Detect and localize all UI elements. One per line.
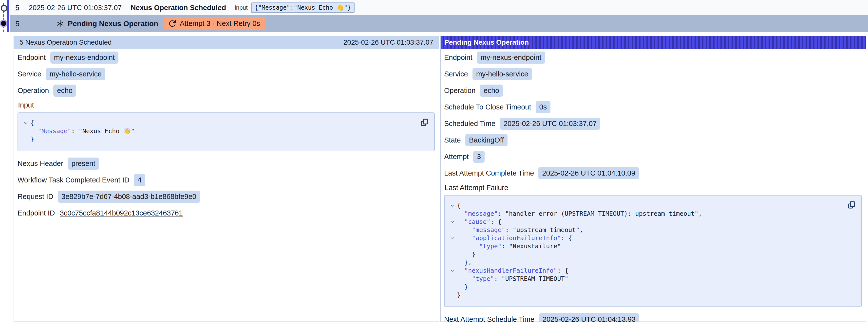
pending-operation-header: Pending Nexus Operation bbox=[441, 36, 866, 49]
field-service: Service my-hello-service bbox=[18, 68, 435, 80]
pending-operation-header-title: Pending Nexus Operation bbox=[444, 38, 529, 46]
json-key: "message" bbox=[464, 210, 498, 218]
copy-icon bbox=[420, 118, 429, 127]
field-operation-value: echo bbox=[53, 85, 76, 97]
json-key: "Message" bbox=[38, 127, 71, 135]
field-nexus-header-value: present bbox=[68, 158, 99, 170]
field-attempt-value: 3 bbox=[473, 151, 485, 163]
field-endpoint: Endpoint my-nexus-endpoint bbox=[18, 52, 435, 64]
field-endpoint-id: Endpoint ID 3c0c75ccfa8144b092c13ce63246… bbox=[18, 207, 435, 219]
json-key: "cause" bbox=[464, 218, 490, 226]
retry-attempt-badge: Attempt 3 · Next Retry 0s bbox=[163, 17, 265, 30]
failure-section-label: Last Attempt Failure bbox=[444, 184, 862, 192]
field-endpoint-value: my-nexus-endpoint bbox=[477, 52, 545, 64]
pending-operation-panel: Pending Nexus Operation Endpoint my-nexu… bbox=[440, 36, 866, 322]
collapse-chevron-icon[interactable] bbox=[447, 219, 457, 224]
field-next-attempt-schedule-time: Next Attempt Schedule Time 2025-02-26 UT… bbox=[444, 313, 862, 322]
retry-badge-label: Attempt 3 · Next Retry 0s bbox=[180, 20, 260, 28]
field-request-id-value: 3e829b7e-7d67-4b08-aad3-b1e868bfe9e0 bbox=[58, 191, 200, 203]
copy-button[interactable] bbox=[846, 199, 857, 211]
field-operation: Operation echo bbox=[18, 85, 435, 97]
input-section-label: Input bbox=[18, 101, 435, 109]
field-service-value: my-hello-service bbox=[46, 68, 105, 80]
failure-code-block: { "message": "handler error (UPSTREAM_TI… bbox=[444, 195, 862, 307]
field-nexus-header: Nexus Header present bbox=[18, 158, 435, 170]
input-label: Input bbox=[235, 4, 247, 11]
field-service: Service my-hello-service bbox=[444, 68, 862, 80]
json-key: "type" bbox=[479, 242, 501, 250]
field-last-attempt-complete-time: Last Attempt Complete Time 2025-02-26 UT… bbox=[444, 167, 862, 179]
event-marker-open-icon bbox=[1, 5, 7, 11]
field-attempt: Attempt 3 bbox=[444, 151, 862, 163]
field-endpoint-value: my-nexus-endpoint bbox=[50, 52, 119, 64]
field-operation: Operation echo bbox=[444, 85, 862, 97]
field-state-value: BackingOff bbox=[465, 134, 507, 146]
event-summary-row[interactable]: 5 2025-02-26 UTC 01:03:37.07 Nexus Opera… bbox=[10, 0, 868, 15]
json-key: "applicationFailureInfo" bbox=[472, 234, 561, 242]
event-detail-header: 5 Nexus Operation Scheduled 2025-02-26 U… bbox=[14, 36, 439, 49]
field-service-value: my-hello-service bbox=[472, 68, 532, 80]
pending-asterisk-icon bbox=[56, 20, 64, 28]
field-last-attempt-complete-time-value: 2025-02-26 UTC 01:04:10.09 bbox=[538, 167, 639, 179]
input-code-block: { "Message": "Nexus Echo 👋" } bbox=[18, 112, 435, 151]
collapse-chevron-icon[interactable] bbox=[447, 203, 457, 208]
pending-operation-row[interactable]: 5 Pending Nexus Operation Attempt 3 · Ne… bbox=[10, 15, 868, 32]
field-scheduled-time-value: 2025-02-26 UTC 01:03:37.07 bbox=[500, 118, 600, 130]
json-key: "type" bbox=[472, 275, 494, 283]
json-key: "nexusHandlerFailureInfo" bbox=[464, 266, 557, 275]
copy-button[interactable] bbox=[419, 117, 430, 128]
field-schedule-to-close-timeout-value: 0s bbox=[536, 101, 551, 113]
collapse-chevron-icon[interactable] bbox=[447, 268, 457, 273]
event-timestamp: 2025-02-26 UTC 01:03:37.07 bbox=[29, 4, 122, 12]
field-next-attempt-schedule-time-value: 2025-02-26 UTC 01:04:13.93 bbox=[539, 313, 639, 322]
field-operation-value: echo bbox=[480, 85, 503, 97]
event-marker-active-icon bbox=[1, 21, 6, 26]
field-wft-completed-event-id: Workflow Task Completed Event ID 4 bbox=[18, 174, 435, 186]
input-payload-chip[interactable]: {"Message":"Nexus Echo 👋"} bbox=[251, 2, 354, 13]
field-state: State BackingOff bbox=[444, 134, 862, 146]
retry-icon bbox=[168, 20, 176, 27]
endpoint-id-link[interactable]: 3c0c75ccfa8144b092c13ce632463761 bbox=[59, 207, 183, 219]
event-detail-header-title: 5 Nexus Operation Scheduled bbox=[20, 38, 112, 46]
pending-id-link[interactable]: 5 bbox=[15, 20, 20, 28]
event-history-view: 5 2025-02-26 UTC 01:03:37.07 Nexus Opera… bbox=[0, 0, 868, 322]
event-id-link[interactable]: 5 bbox=[15, 4, 19, 12]
timeline-accent-bar bbox=[7, 0, 9, 32]
field-wft-completed-event-id-value: 4 bbox=[134, 174, 145, 186]
field-schedule-to-close-timeout: Schedule To Close Timeout 0s bbox=[444, 101, 862, 113]
field-request-id: Request ID 3e829b7e-7d67-4b08-aad3-b1e86… bbox=[18, 191, 435, 203]
event-detail-header-timestamp: 2025-02-26 UTC 01:03:37.07 bbox=[343, 38, 433, 46]
pending-title: Pending Nexus Operation bbox=[68, 20, 158, 28]
field-scheduled-time: Scheduled Time 2025-02-26 UTC 01:03:37.0… bbox=[444, 118, 862, 130]
event-detail-panel: 5 Nexus Operation Scheduled 2025-02-26 U… bbox=[13, 36, 439, 322]
collapse-chevron-icon[interactable] bbox=[447, 235, 457, 240]
copy-icon bbox=[847, 200, 856, 209]
event-title: Nexus Operation Scheduled bbox=[130, 4, 226, 12]
json-key: "message" bbox=[472, 226, 505, 234]
collapse-chevron-icon[interactable] bbox=[21, 120, 30, 126]
field-endpoint: Endpoint my-nexus-endpoint bbox=[444, 52, 862, 64]
